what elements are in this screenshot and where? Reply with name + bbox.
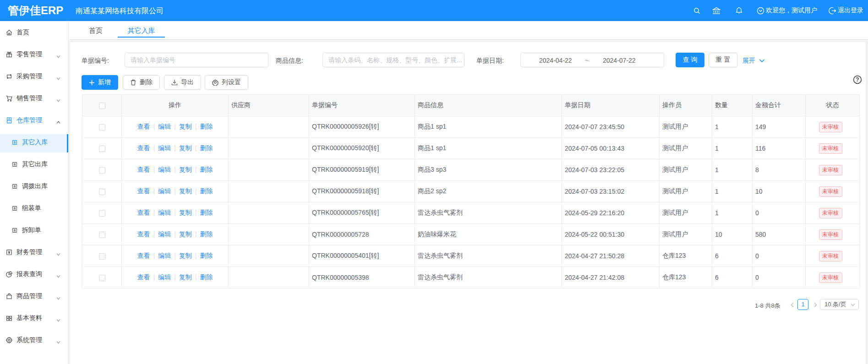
svg-text:?: ? xyxy=(856,76,859,83)
